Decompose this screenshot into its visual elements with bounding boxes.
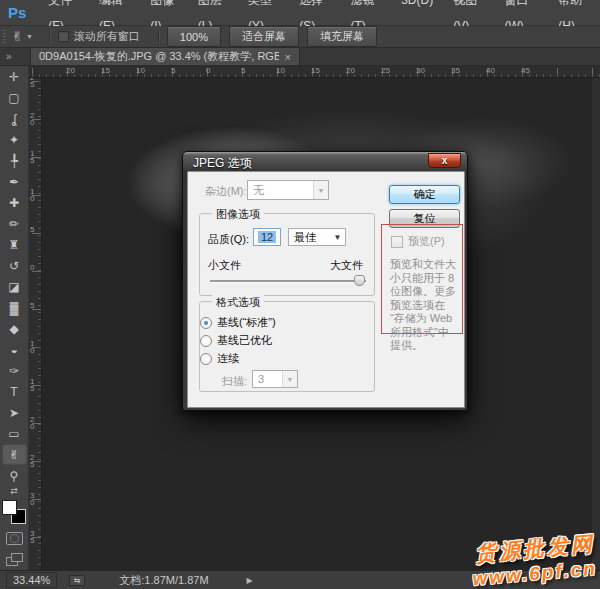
ruler-number: 30 xyxy=(30,492,36,506)
ruler-number: 5 xyxy=(241,66,245,75)
preview-checkbox-row: 预览(P) xyxy=(391,234,445,249)
ruler-number: 10 xyxy=(30,340,36,354)
ruler-number: 15 xyxy=(30,150,36,164)
ruler-number: 20 xyxy=(66,66,75,75)
ok-button[interactable]: 确定 xyxy=(389,185,460,204)
options-bar-button[interactable]: 100% xyxy=(167,26,221,47)
document-tab[interactable]: 0D9A0154-恢复的.JPG @ 33.4% (教程教学, RGB/16) … xyxy=(30,48,300,65)
scroll-all-windows-label: 滚动所有窗口 xyxy=(74,29,140,44)
format-radio-option[interactable]: 基线(“标准”) xyxy=(200,315,276,330)
preview-checkbox[interactable] xyxy=(391,236,403,248)
scratch-icon: ⇆ xyxy=(69,575,85,586)
scan-label: 扫描: xyxy=(222,374,247,389)
ruler-number: 5 xyxy=(171,66,175,75)
quality-value: 12 xyxy=(258,231,276,243)
options-bar-grip[interactable] xyxy=(3,30,6,44)
chevron-down-icon: ▼ xyxy=(26,33,33,40)
toolbar-collapse-icon[interactable]: » xyxy=(0,48,30,65)
options-bar-button[interactable]: 填充屏幕 xyxy=(307,26,377,47)
zoom-buttons: 100%适合屏幕填充屏幕 xyxy=(167,26,385,47)
scan-dropdown[interactable]: 3 ▼ xyxy=(252,370,298,388)
tool-button[interactable]: ➤ xyxy=(2,402,27,423)
zoom-level-field[interactable]: 33.44% xyxy=(6,572,57,588)
ruler-number: 20 xyxy=(30,416,36,430)
tab-close-icon[interactable]: × xyxy=(285,51,291,63)
radio-label: 基线(“标准”) xyxy=(217,315,276,330)
tool-button[interactable]: ╄ xyxy=(2,150,27,171)
hand-tool-icon: ✌ xyxy=(12,29,23,44)
separator xyxy=(158,29,159,45)
foreground-color-swatch[interactable] xyxy=(2,500,17,515)
matte-value: 无 xyxy=(248,183,313,198)
scroll-all-windows-checkbox[interactable] xyxy=(58,31,69,42)
dropdown-arrow-icon: ▼ xyxy=(282,371,297,387)
format-radio-option[interactable]: 基线已优化 xyxy=(200,333,272,348)
ruler-number: 10 xyxy=(136,66,145,75)
tool-button[interactable]: ▭ xyxy=(2,423,27,444)
tool-button[interactable]: ✒ xyxy=(2,171,27,192)
tool-button[interactable]: T xyxy=(2,381,27,402)
tool-button[interactable]: ✛ xyxy=(2,66,27,87)
format-options-group: 格式选项 基线(“标准”) 基线已优化 连续 扫描: 3 ▼ xyxy=(199,301,375,392)
options-bar-button[interactable]: 适合屏幕 xyxy=(229,26,299,47)
quality-preset-value: 最佳 xyxy=(289,230,330,245)
tool-button[interactable]: ✑ xyxy=(2,360,27,381)
tool-button[interactable]: ʆ xyxy=(2,108,27,129)
tool-button[interactable]: ▓ xyxy=(2,297,27,318)
color-swatches xyxy=(2,500,26,524)
status-bar: 33.44% ⇆ 文档:1.87M/1.87M ▶ xyxy=(0,570,600,589)
menu-bar: Ps 文件(F)编辑(E)图像(I)图层(L)类型(Y)选择(S)滤镜(T)3D… xyxy=(0,0,600,26)
ruler-number: 45 xyxy=(521,66,530,75)
radio-icon xyxy=(200,335,212,347)
tool-button[interactable]: ✚ xyxy=(2,192,27,213)
quick-mask-button[interactable] xyxy=(6,532,23,545)
ruler-number: 5 xyxy=(30,302,36,309)
tool-button[interactable]: ✏ xyxy=(2,213,27,234)
format-options-legend: 格式选项 xyxy=(212,295,264,310)
status-popup-arrow-icon[interactable]: ▶ xyxy=(247,576,253,585)
quality-slider[interactable] xyxy=(210,280,366,282)
format-radio-option[interactable]: 连续 xyxy=(200,351,239,366)
ruler-number: 15 xyxy=(311,66,320,75)
swap-colors-icon[interactable]: ⇄ xyxy=(10,486,18,498)
large-file-label: 大文件 xyxy=(330,258,363,273)
tool-button[interactable]: ▢ xyxy=(2,87,27,108)
tool-button[interactable]: ◪ xyxy=(2,276,27,297)
ruler-number: 40 xyxy=(486,66,495,75)
tool-list: ✛▢ʆ✦╄✒✚✏♜↺◪▓◆◒✑T➤▭✌⚲ xyxy=(2,66,27,486)
tool-button[interactable]: ⚲ xyxy=(2,465,27,486)
dialog-close-button[interactable]: x xyxy=(428,153,461,168)
image-options-legend: 图像选项 xyxy=(212,207,264,222)
options-bar: ✌ ▼ 滚动所有窗口 100%适合屏幕填充屏幕 xyxy=(0,26,600,48)
vertical-ruler: 25201510505101520253035 xyxy=(29,78,42,570)
ruler-number: 35 xyxy=(451,66,460,75)
tool-button[interactable]: ◒ xyxy=(2,339,27,360)
separator xyxy=(49,29,50,45)
tool-button[interactable]: ◆ xyxy=(2,318,27,339)
ruler-number: 20 xyxy=(30,112,36,126)
canvas-edge xyxy=(592,78,600,570)
radio-label: 连续 xyxy=(217,351,239,366)
ruler-number: 25 xyxy=(381,66,390,75)
horizontal-ruler: 2015105051015202530354045 xyxy=(29,66,600,78)
quality-label: 品质(Q): xyxy=(208,232,249,247)
ruler-number: 30 xyxy=(416,66,425,75)
matte-dropdown[interactable]: 无 ▼ xyxy=(247,180,329,200)
quality-preset-dropdown[interactable]: 最佳 ▼ xyxy=(288,228,346,246)
radio-icon xyxy=(200,317,212,329)
ps-logo: Ps xyxy=(8,4,26,21)
ruler-number: 20 xyxy=(346,66,355,75)
tool-preset-picker[interactable]: ✌ ▼ xyxy=(12,29,33,44)
quality-slider-handle[interactable] xyxy=(354,275,365,286)
quality-input[interactable]: 12 xyxy=(253,228,281,246)
preview-annotation-box: 预览(P) 预览和文件大小只能用于 8 位图像。更多预览选项在“存储为 Web … xyxy=(381,224,463,334)
ruler-number: 15 xyxy=(101,66,110,75)
tool-button[interactable]: ✦ xyxy=(2,129,27,150)
screen-mode-button[interactable] xyxy=(6,553,23,566)
tool-button[interactable]: ↺ xyxy=(2,255,27,276)
ruler-number: 0 xyxy=(30,264,36,271)
tool-button[interactable]: ✌ xyxy=(2,444,27,465)
preview-label: 预览(P) xyxy=(408,234,445,249)
ruler-number: 0 xyxy=(206,66,210,75)
tool-button[interactable]: ♜ xyxy=(2,234,27,255)
